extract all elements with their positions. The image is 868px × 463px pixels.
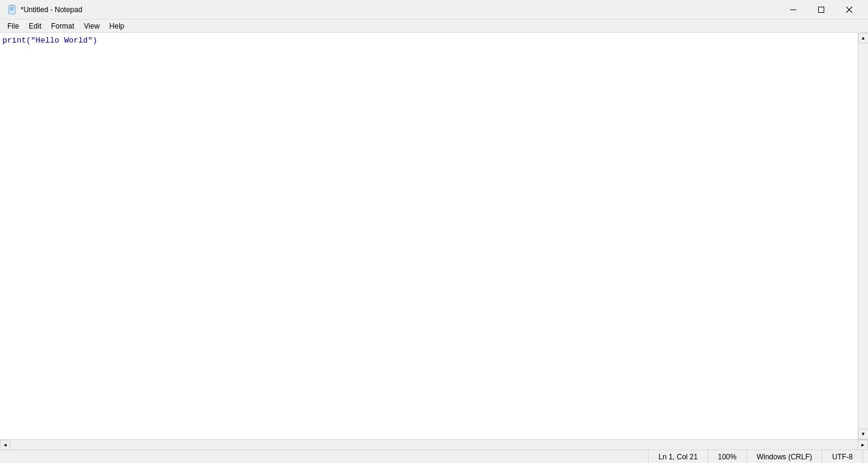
notepad-icon xyxy=(7,5,17,15)
status-bar: Ln 1, Col 21 100% Windows (CRLF) UTF-8 xyxy=(0,450,868,463)
maximize-button[interactable] xyxy=(807,0,835,19)
svg-rect-6 xyxy=(819,7,824,12)
menu-view[interactable]: View xyxy=(79,19,105,33)
svg-rect-3 xyxy=(10,10,13,10)
scroll-left-arrow[interactable]: ◄ xyxy=(0,440,10,450)
close-button[interactable] xyxy=(835,0,863,19)
vertical-scrollbar: ▲ ▼ xyxy=(858,33,868,439)
scroll-right-arrow[interactable]: ► xyxy=(858,440,868,450)
editor-container: ▲ ▼ ◄ ► xyxy=(0,33,868,450)
scroll-down-arrow[interactable]: ▼ xyxy=(858,429,869,439)
encoding: UTF-8 xyxy=(822,450,863,463)
horizontal-scrollbar: ◄ ► xyxy=(0,439,868,450)
title-bar: *Untitled - Notepad xyxy=(0,0,868,19)
window-controls xyxy=(779,0,863,19)
h-scroll-track xyxy=(10,440,858,450)
menu-edit[interactable]: Edit xyxy=(24,19,46,33)
v-scroll-track xyxy=(858,43,868,429)
line-ending: Windows (CRLF) xyxy=(746,450,822,463)
text-editor[interactable] xyxy=(0,33,858,439)
svg-rect-4 xyxy=(10,5,13,6)
editor-with-scrollbar: ▲ ▼ xyxy=(0,33,868,439)
menu-help[interactable]: Help xyxy=(105,19,129,33)
menu-bar: File Edit Format View Help xyxy=(0,19,868,33)
zoom-level: 100% xyxy=(708,450,746,463)
window-title: *Untitled - Notepad xyxy=(21,5,82,14)
menu-file[interactable]: File xyxy=(2,19,24,33)
scroll-up-arrow[interactable]: ▲ xyxy=(858,33,869,43)
minimize-button[interactable] xyxy=(779,0,807,19)
menu-format[interactable]: Format xyxy=(46,19,79,33)
svg-rect-2 xyxy=(10,9,14,9)
cursor-position: Ln 1, Col 21 xyxy=(648,450,708,463)
svg-rect-1 xyxy=(10,7,14,8)
title-bar-left: *Untitled - Notepad xyxy=(7,5,82,15)
